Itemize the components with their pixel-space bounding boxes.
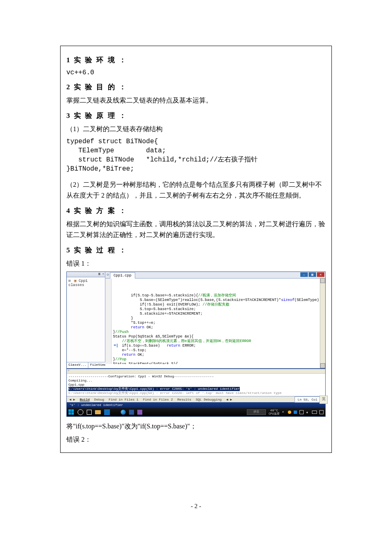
document-page: 1 实 验 环 境 ： vc++6.0 2 实 验 目 的 ： 掌握二叉链表及线… <box>0 0 392 526</box>
section-1-num: 1 <box>66 56 70 64</box>
output-tab-find2[interactable]: Find in Files 2 <box>143 398 173 401</box>
tray-temp-value: 40°C <box>270 408 278 412</box>
tray-temp-label: CPU温度 <box>268 412 280 416</box>
start-icon[interactable] <box>68 409 74 415</box>
output-tab-find1[interactable]: Find in Files 1 <box>109 398 139 401</box>
code-line-1: typedef struct BiTNode{ <box>66 137 326 146</box>
tray-temp: 40°C CPU温度 <box>268 409 280 416</box>
vertical-scrollbar[interactable] <box>320 278 325 368</box>
ide-statusbar: 's' : undeclared identifier <box>67 402 325 408</box>
editor-code-area[interactable]: if(S.top-S.base>=S.stacksize){//栈满，追加存储空… <box>105 279 325 364</box>
tray-action-icon[interactable] <box>319 410 324 414</box>
tab-classview[interactable]: ClassV... <box>67 362 88 368</box>
system-tray[interactable]: 拼音 40°C CPU温度 ^ ♦ <box>247 409 324 416</box>
output-tab-results[interactable]: Results <box>178 398 192 401</box>
output-body[interactable]: --------------------Configuration: Cpp1 … <box>67 374 325 396</box>
close-button[interactable]: ✕ <box>317 272 324 277</box>
section-1-heading: 1 实 验 环 境 ： <box>66 55 326 65</box>
section-2-heading: 2 实 验 目 的 ： <box>66 82 326 92</box>
error-1-label: 错误 1： <box>66 258 326 269</box>
output-tabs[interactable]: ◀ ▶ Build Debug Find in Files 1 Find in … <box>67 396 325 402</box>
explorer-icon[interactable] <box>95 410 101 414</box>
editor-pane[interactable]: ◇ Cpp1.cpp — ▣ ✕ if(S.top-S.base>=S.stac… <box>105 272 325 368</box>
scroll-down-icon[interactable] <box>320 363 325 368</box>
section-3-title: 实 验 原 理 ： <box>74 112 127 120</box>
section-1-body: vc++6.0 <box>66 68 326 77</box>
section-2-title: 实 验 目 的 ： <box>74 83 127 91</box>
ide-screenshot: ▣ × ⊞ ▣ Cpp1 classes ClassV... FileView … <box>66 271 326 417</box>
classview-header: ▣ × <box>67 272 105 277</box>
status-left: 's' : undeclared identifier <box>69 402 123 408</box>
output-pane[interactable]: ≡ --------------------Configuration: Cpp… <box>67 368 325 402</box>
classview-tabs[interactable]: ClassV... FileView <box>67 362 105 368</box>
ime-badge[interactable]: 英 <box>319 396 328 404</box>
tray-chevron-icon[interactable]: ^ <box>282 411 285 414</box>
section-2-body: 掌握二叉链表及线索二叉链表的特点及基本运算。 <box>66 95 326 106</box>
output-compiling: Compiling... <box>68 379 93 382</box>
output-tabs-left[interactable]: ◀ ▶ Build Debug Find in Files 1 Find in … <box>69 397 235 402</box>
edge-icon[interactable] <box>121 410 126 415</box>
content-frame: 1 实 验 环 境 ： vc++6.0 2 实 验 目 的 ： 掌握二叉链表及线… <box>60 46 332 453</box>
output-cfg: --------------------Configuration: Cpp1 … <box>68 374 214 378</box>
section-3-num: 3 <box>66 112 70 120</box>
store-icon[interactable] <box>104 409 110 415</box>
tree-expand-icon[interactable]: ⊞ <box>68 279 71 283</box>
error-2-label: 错误 2： <box>66 434 326 445</box>
code-line-2: TElemType data; <box>66 146 326 155</box>
minimize-button[interactable]: — <box>300 272 308 277</box>
section-5-num: 5 <box>66 246 70 254</box>
editor-window-buttons: — ▣ ✕ <box>299 272 325 278</box>
output-tab-debug[interactable]: Debug <box>94 398 104 401</box>
classview-tree[interactable]: ⊞ ▣ Cpp1 classes <box>67 277 105 289</box>
output-error-highlight[interactable]: C:\Users\think\Desktop\by文件夹\Cpp1.cpp(58… <box>68 387 240 391</box>
tray-network-icon[interactable] <box>299 410 304 414</box>
editor-gutter <box>105 279 112 364</box>
section-1-title: 实 验 环 境 ： <box>74 56 127 64</box>
section-5-title: 实 验 过 程 ： <box>74 246 127 254</box>
section-4-body: 根据二叉树的知识编写主函数，调用栈的算法以及二叉树的算法，对二叉树进行遍历，验证… <box>66 219 326 240</box>
tabs-nav-icon[interactable]: ◀ ▶ <box>69 398 75 401</box>
output-tab-sql[interactable]: SQL Debugging <box>196 398 222 401</box>
output-error-2: C:\Users\think\Desktop\by文件夹\Cpp1.cpp(58… <box>68 391 282 395</box>
editor-tab-cpp1[interactable]: Cpp1.cpp <box>110 272 135 279</box>
page-number: - 2 - <box>60 503 332 510</box>
classview-pane[interactable]: ▣ × ⊞ ▣ Cpp1 classes ClassV... FileView <box>67 272 105 368</box>
classview-root[interactable]: Cpp1 classes <box>68 279 88 287</box>
folder-icon: ▣ <box>74 279 76 283</box>
section-4-heading: 4 实 验 方 案 ： <box>66 206 326 215</box>
taskview-icon[interactable] <box>87 410 92 415</box>
fix-text: 将"if(s.top==S.base)"改为"if(S.top==S.base)… <box>66 421 326 432</box>
section-3-p2: （2）二叉树是另一种树形结构，它的特点是每个结点至多只有两棵子树（即二叉树中不从… <box>66 179 326 201</box>
ide-top-panes: ▣ × ⊞ ▣ Cpp1 classes ClassV... FileView … <box>67 272 325 368</box>
maximize-button[interactable]: ▣ <box>309 272 316 277</box>
cortana-icon[interactable] <box>78 409 83 415</box>
tabs-nav-end-icon[interactable]: ◀ ▶ <box>226 398 232 401</box>
tray-defender-icon[interactable] <box>294 411 297 414</box>
output-tab-build[interactable]: Build <box>80 398 90 401</box>
section-2-num: 2 <box>66 83 70 91</box>
code-line-3: struct BiTNode *lchild,*rchild;//左右孩子指针 <box>66 155 326 164</box>
scroll-up-icon[interactable] <box>320 278 325 283</box>
tray-ime[interactable]: 拼音 <box>247 409 266 415</box>
output-file: Cpp1.cpp <box>68 383 84 386</box>
output-handle-icon[interactable]: ≡ <box>67 369 325 374</box>
word-icon[interactable] <box>129 410 134 415</box>
section-4-num: 4 <box>66 207 70 215</box>
section-3-p1: （1）二叉树的二叉链表存储结构 <box>66 124 326 134</box>
file-icon: ◇ <box>107 272 109 278</box>
section-3-heading: 3 实 验 原 理 ： <box>66 111 326 120</box>
editor-tabbar[interactable]: ◇ Cpp1.cpp — ▣ ✕ <box>105 272 325 279</box>
tray-people-icon[interactable] <box>288 411 291 414</box>
tray-battery-icon[interactable] <box>312 411 317 414</box>
section-4-title: 实 验 方 案 ： <box>74 207 127 215</box>
section-5-heading: 5 实 验 过 程 ： <box>66 245 326 255</box>
code-line-4: }BiTNode,*BiTree; <box>66 164 326 174</box>
tray-volume-icon[interactable]: ♦ <box>306 411 309 414</box>
windows-taskbar[interactable]: 拼音 40°C CPU温度 ^ ♦ <box>67 408 325 416</box>
vs-icon[interactable] <box>137 410 142 415</box>
